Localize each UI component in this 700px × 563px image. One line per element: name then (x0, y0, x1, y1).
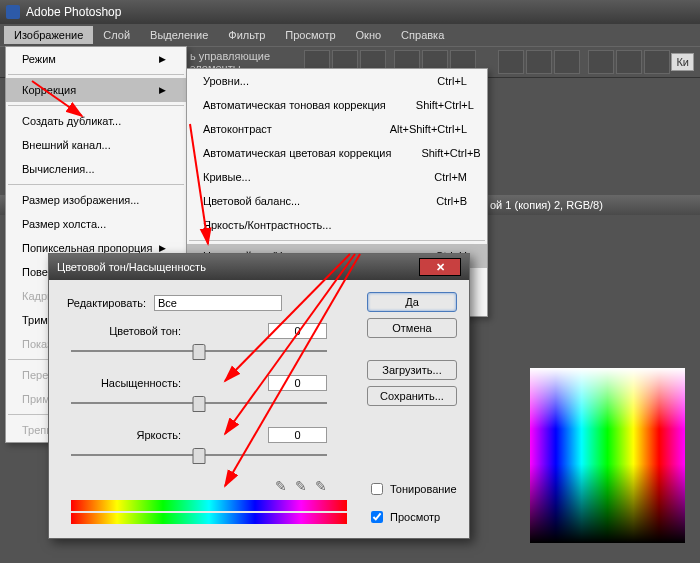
ok-button[interactable]: Да (367, 292, 457, 312)
menuitem-duplicate[interactable]: Создать дубликат... (6, 109, 186, 133)
menuitem-mode[interactable]: Режим▶ (6, 47, 186, 71)
menuitem-auto-levels[interactable]: Автоматическая тоновая коррекцияShift+Ct… (187, 93, 487, 117)
app-title: Adobe Photoshop (26, 5, 121, 19)
toolbar-right-hint[interactable]: Ки (671, 53, 694, 71)
menu-layer[interactable]: Слой (93, 26, 140, 44)
menuitem-auto-color[interactable]: Автоматическая цветовая коррекцияShift+C… (187, 141, 487, 165)
menu-selection[interactable]: Выделение (140, 26, 218, 44)
eyedropper-sub-icon[interactable]: ✎ (315, 478, 327, 494)
lightness-input[interactable] (268, 427, 327, 443)
hue-saturation-dialog: Цветовой тон/Насыщенность ✕ Редактироват… (48, 253, 470, 539)
menu-view[interactable]: Просмотр (275, 26, 345, 44)
menuitem-levels[interactable]: Уровни...Ctrl+L (187, 69, 487, 93)
dist-btn[interactable] (588, 50, 614, 74)
dist-btn[interactable] (498, 50, 524, 74)
canvas-preview (530, 368, 685, 543)
app-icon (6, 5, 20, 19)
dialog-title: Цветовой тон/Насыщенность (57, 261, 206, 273)
save-button[interactable]: Сохранить... (367, 386, 457, 406)
hue-label: Цветовой тон: (61, 325, 189, 337)
dist-btn[interactable] (644, 50, 670, 74)
menubar: Изображение Слой Выделение Фильтр Просмо… (0, 24, 700, 46)
menuitem-color-balance[interactable]: Цветовой баланс...Ctrl+B (187, 189, 487, 213)
edit-label: Редактировать: (61, 297, 154, 309)
titlebar: Adobe Photoshop (0, 0, 700, 24)
dist-btn[interactable] (554, 50, 580, 74)
close-icon[interactable]: ✕ (419, 258, 461, 276)
dist-btn[interactable] (526, 50, 552, 74)
lightness-label: Яркость: (61, 429, 189, 441)
menu-window[interactable]: Окно (346, 26, 392, 44)
colorize-checkbox[interactable]: Тонирование (367, 480, 457, 498)
lightness-slider[interactable] (71, 446, 327, 468)
menu-help[interactable]: Справка (391, 26, 454, 44)
cancel-button[interactable]: Отмена (367, 318, 457, 338)
menuitem-canvas-size[interactable]: Размер холста... (6, 212, 186, 236)
hue-slider[interactable] (71, 342, 327, 364)
eyedropper-add-icon[interactable]: ✎ (295, 478, 307, 494)
menuitem-corrections[interactable]: Коррекция▶ (6, 78, 186, 102)
eyedropper-icon[interactable]: ✎ (275, 478, 287, 494)
dialog-titlebar[interactable]: Цветовой тон/Насыщенность ✕ (49, 254, 469, 280)
menuitem-calculations[interactable]: Вычисления... (6, 157, 186, 181)
preview-checkbox[interactable]: Просмотр (367, 508, 457, 526)
menuitem-curves[interactable]: Кривые...Ctrl+M (187, 165, 487, 189)
menu-filter[interactable]: Фильтр (218, 26, 275, 44)
saturation-input[interactable] (268, 375, 327, 391)
edit-dropdown[interactable] (154, 295, 282, 311)
load-button[interactable]: Загрузить... (367, 360, 457, 380)
menuitem-auto-contrast[interactable]: АвтоконтрастAlt+Shift+Ctrl+L (187, 117, 487, 141)
dist-btn[interactable] (616, 50, 642, 74)
hue-input[interactable] (268, 323, 327, 339)
hue-gradient-bottom (71, 513, 347, 524)
saturation-label: Насыщенность: (61, 377, 189, 389)
saturation-slider[interactable] (71, 394, 327, 416)
menuitem-apply-image[interactable]: Внешний канал... (6, 133, 186, 157)
menuitem-image-size[interactable]: Размер изображения... (6, 188, 186, 212)
menu-image[interactable]: Изображение (4, 26, 93, 44)
menuitem-brightness-contrast[interactable]: Яркость/Контрастность... (187, 213, 487, 237)
hue-gradient-top (71, 500, 347, 511)
